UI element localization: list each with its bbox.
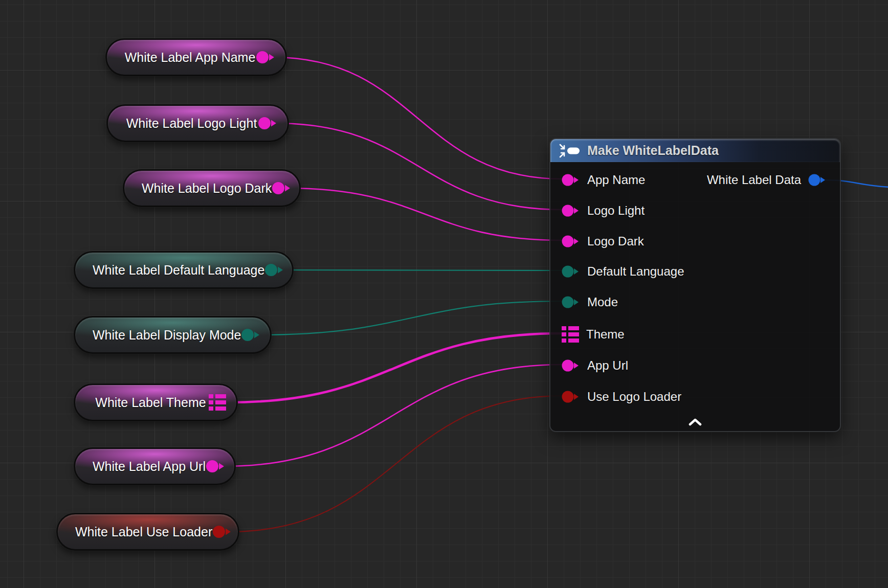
getter-node-white-label-theme[interactable]: White Label Theme — [74, 383, 238, 421]
getter-node-white-label-logo-dark[interactable]: White Label Logo Dark — [123, 169, 301, 207]
getter-label: White Label Logo Light — [125, 116, 258, 131]
string-output-pin[interactable] — [206, 460, 225, 473]
node-title: Make WhiteLabelData — [587, 143, 719, 158]
wire-display-mode[interactable] — [258, 301, 563, 335]
make-struct-icon — [559, 143, 581, 159]
struct-input-pin[interactable] — [562, 326, 579, 343]
wire-app-name[interactable] — [273, 57, 563, 179]
getter-label: White Label App Name — [124, 50, 256, 65]
getter-node-white-label-display-mode[interactable]: White Label Display Mode — [74, 316, 272, 354]
enum-output-pin[interactable] — [241, 328, 260, 342]
getter-label: White Label Logo Dark — [142, 181, 272, 196]
getter-node-white-label-default-language[interactable]: White Label Default Language — [74, 251, 294, 289]
enum-input-pin[interactable] — [562, 265, 580, 278]
string-output-pin[interactable] — [272, 182, 291, 195]
bool-output-pin[interactable] — [212, 525, 232, 538]
getter-label: White Label Theme — [93, 395, 209, 410]
string-output-pin[interactable] — [258, 117, 277, 130]
string-input-pin[interactable] — [562, 359, 580, 372]
wire-app-url[interactable] — [223, 365, 563, 466]
getter-node-white-label-app-name[interactable]: White Label App Name — [105, 38, 287, 76]
getter-label: White Label App Url — [93, 459, 206, 474]
getter-label: White Label Use Loader — [75, 525, 212, 539]
input-row-logo-dark: Logo Dark — [562, 234, 644, 248]
input-row-default-language: Default Language — [562, 264, 684, 279]
input-row-logo-light: Logo Light — [562, 203, 645, 218]
struct-output-pin-white-label-data[interactable] — [808, 173, 827, 187]
enum-input-pin[interactable] — [562, 296, 580, 309]
wire-default-language[interactable] — [281, 270, 563, 270]
getter-node-white-label-logo-light[interactable]: White Label Logo Light — [106, 104, 289, 142]
getter-node-white-label-use-loader[interactable]: White Label Use Loader — [56, 513, 239, 551]
chevron-up-icon — [689, 418, 702, 426]
collapse-node-button[interactable] — [689, 418, 702, 427]
blueprint-graph-canvas[interactable]: White Label App Name White Label Logo Li… — [0, 0, 888, 588]
node-header[interactable]: Make WhiteLabelData — [550, 139, 840, 162]
input-row-mode: Mode — [562, 295, 618, 309]
input-row-theme: Theme — [562, 326, 625, 343]
enum-output-pin[interactable] — [264, 263, 284, 277]
bool-input-pin[interactable] — [562, 390, 580, 403]
getter-label: White Label Default Language — [93, 263, 264, 278]
input-row-use-logo-loader: Use Logo Loader — [562, 390, 681, 404]
wire-use-loader[interactable] — [229, 396, 563, 532]
wire-logo-light[interactable] — [275, 123, 563, 210]
struct-output-pin[interactable] — [209, 394, 226, 411]
getter-label: White Label Display Mode — [93, 328, 241, 343]
string-input-pin[interactable] — [562, 204, 580, 217]
string-input-pin[interactable] — [562, 173, 580, 187]
make-whitelabeldata-node[interactable]: Make WhiteLabelData App Name Logo Light … — [549, 138, 841, 432]
input-row-app-url: App Url — [562, 358, 628, 373]
output-row-white-label-data: White Label Data — [707, 173, 827, 187]
string-output-pin[interactable] — [256, 51, 275, 64]
wire-logo-dark[interactable] — [287, 188, 563, 240]
input-row-app-name: App Name — [562, 173, 645, 187]
getter-node-white-label-app-url[interactable]: White Label App Url — [74, 447, 236, 485]
string-input-pin[interactable] — [562, 235, 580, 248]
